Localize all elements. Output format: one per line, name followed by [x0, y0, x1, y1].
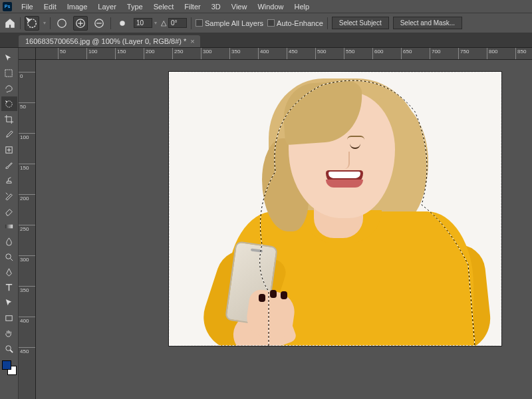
svg-rect-8	[5, 224, 13, 228]
add-selection-icon[interactable]	[73, 16, 88, 31]
ruler-tick: 700	[430, 48, 442, 59]
select-subject-button[interactable]: Select Subject	[332, 17, 389, 29]
checkbox-icon[interactable]	[196, 19, 203, 27]
spot-heal-tool[interactable]	[1, 142, 17, 157]
ruler-tick: 750	[458, 48, 470, 59]
ruler-tick: 650	[401, 48, 413, 59]
brush-preset-icon[interactable]	[115, 16, 130, 31]
crop-tool[interactable]	[1, 112, 17, 126]
clone-stamp-tool[interactable]	[1, 173, 17, 188]
path-select-tool[interactable]	[1, 295, 17, 310]
ruler-tick: 500	[315, 48, 327, 59]
ruler-tick: 250	[19, 225, 35, 233]
ruler-tick: 600	[372, 48, 384, 59]
move-tool[interactable]	[1, 51, 17, 65]
select-and-mask-button[interactable]: Select and Mask...	[393, 17, 462, 29]
ruler-tick: 250	[172, 48, 184, 59]
document-tab[interactable]: 1606835700656.jpg @ 100% (Layer 0, RGB/8…	[19, 35, 200, 47]
auto-enhance-label: Auto-Enhance	[277, 19, 323, 27]
ruler-horizontal[interactable]: 0501001502002503003504004505005506006507…	[36, 48, 532, 60]
svg-point-11	[6, 345, 11, 350]
menu-edit[interactable]: Edit	[39, 1, 62, 13]
lasso-tool[interactable]	[1, 81, 17, 96]
ruler-tick: 100	[19, 133, 35, 141]
ruler-tick: 200	[144, 48, 156, 59]
ruler-tick: 300	[19, 255, 35, 263]
ruler-tick: 300	[201, 48, 213, 59]
app-logo: Ps	[3, 2, 12, 11]
subtract-selection-icon[interactable]	[92, 16, 106, 31]
divider	[110, 17, 111, 29]
ruler-tick: 50	[19, 102, 35, 110]
ruler-tick: 350	[229, 48, 241, 59]
menu-bar: Ps File Edit Image Layer Type Select Fil…	[0, 0, 532, 13]
svg-point-1	[58, 19, 66, 27]
new-selection-icon[interactable]	[55, 16, 69, 31]
svg-point-4	[120, 21, 125, 26]
menu-layer[interactable]: Layer	[92, 1, 122, 13]
sample-all-layers-option[interactable]: Sample All Layers	[196, 19, 263, 27]
dropdown-caret-icon[interactable]: ▾	[154, 20, 157, 26]
dropdown-caret-icon[interactable]: ▾	[43, 20, 46, 26]
menu-3d[interactable]: 3D	[206, 1, 226, 13]
marquee-tool[interactable]	[1, 66, 17, 80]
menu-type[interactable]: Type	[122, 1, 148, 13]
menu-select[interactable]: Select	[148, 1, 180, 13]
brush-angle-field: △	[161, 18, 187, 28]
checkbox-icon[interactable]	[267, 19, 275, 27]
ruler-tick: 400	[258, 48, 270, 59]
tab-title: 1606835700656.jpg @ 100% (Layer 0, RGB/8…	[25, 37, 186, 45]
blur-tool[interactable]	[1, 234, 17, 249]
ruler-tick: 150	[19, 164, 35, 172]
menu-image[interactable]: Image	[62, 1, 93, 13]
options-bar: ▾ ▾ △ Sample All Layers Auto-Enhance Sel…	[0, 13, 532, 33]
eyedropper-tool[interactable]	[1, 127, 17, 142]
ruler-tick: 450	[19, 347, 35, 355]
quick-select-tool[interactable]	[1, 96, 17, 111]
zoom-tool[interactable]	[1, 341, 17, 356]
ruler-tick: 200	[19, 194, 35, 202]
divider	[327, 17, 328, 29]
color-swatches[interactable]	[2, 360, 17, 375]
brush-tool[interactable]	[1, 158, 17, 172]
brush-size-field: ▾	[134, 18, 157, 28]
home-icon[interactable]	[4, 17, 16, 29]
workspace: 0501001502002503003504004505005506006507…	[19, 48, 532, 399]
foreground-color-swatch[interactable]	[2, 360, 11, 370]
ruler-vertical[interactable]: 050100150200250300350400450	[19, 60, 36, 399]
ruler-tick: 50	[58, 48, 67, 59]
toolbox	[0, 48, 19, 399]
auto-enhance-option[interactable]: Auto-Enhance	[267, 19, 323, 27]
hand-tool[interactable]	[1, 326, 17, 340]
canvas-image	[169, 72, 501, 346]
menu-file[interactable]: File	[16, 1, 39, 13]
menu-filter[interactable]: Filter	[179, 1, 205, 13]
brush-angle-input[interactable]	[168, 18, 187, 28]
gradient-tool[interactable]	[1, 219, 17, 233]
document-tab-bar: 1606835700656.jpg @ 100% (Layer 0, RGB/8…	[0, 33, 532, 48]
pen-tool[interactable]	[1, 265, 17, 279]
document-canvas[interactable]	[169, 72, 501, 346]
menu-window[interactable]: Window	[252, 1, 289, 13]
ruler-tick: 450	[287, 48, 299, 59]
menu-help[interactable]: Help	[289, 1, 315, 13]
divider	[50, 17, 51, 29]
ruler-origin[interactable]	[19, 48, 36, 60]
svg-rect-10	[6, 315, 12, 321]
quick-select-icon[interactable]	[25, 16, 39, 31]
divider	[20, 17, 21, 29]
eraser-tool[interactable]	[1, 203, 17, 218]
ruler-tick: 0	[19, 72, 35, 80]
type-tool[interactable]	[1, 280, 17, 295]
angle-icon: △	[161, 19, 166, 27]
ruler-tick: 550	[344, 48, 356, 59]
close-icon[interactable]: ×	[190, 37, 194, 45]
rectangle-tool[interactable]	[1, 311, 17, 325]
dodge-tool[interactable]	[1, 249, 17, 264]
history-brush-tool[interactable]	[1, 188, 17, 203]
ruler-tick: 400	[19, 317, 35, 325]
ruler-tick: 350	[19, 286, 35, 294]
menu-view[interactable]: View	[226, 1, 253, 13]
ruler-tick: 850	[515, 48, 527, 59]
brush-size-input[interactable]	[134, 18, 152, 28]
